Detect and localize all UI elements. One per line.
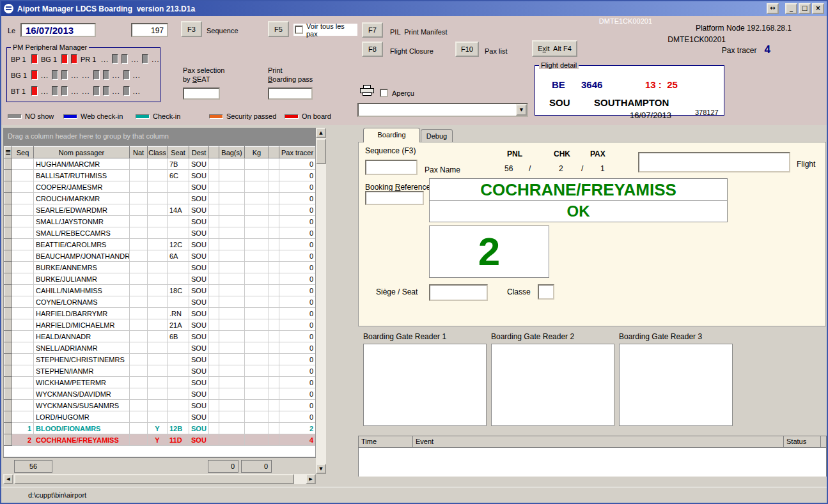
table-row[interactable]: SNELL/ADRIANMRSOU0 xyxy=(4,342,316,354)
voir-tous-checkbox[interactable]: Voir tous les pax xyxy=(293,24,357,36)
vertical-scrollbar[interactable]: ▲ ▼ xyxy=(316,128,326,474)
gate-reader-box[interactable] xyxy=(491,344,614,426)
f5-button[interactable]: F5 xyxy=(268,21,289,37)
table-row[interactable]: BALLISAT/RUTHMISS6CSOU0 xyxy=(4,170,316,181)
f10-button[interactable]: F10 xyxy=(455,42,479,57)
table-row[interactable]: CAHILL/NIAMHMISS18CSOU0 xyxy=(4,285,316,296)
pax-selection-input[interactable] xyxy=(183,88,220,100)
table-row[interactable]: STEPHEN/CHRISTINEMRSSOU0 xyxy=(4,354,316,365)
scrollbar-thumb[interactable] xyxy=(14,474,294,484)
event-log-body[interactable] xyxy=(359,448,826,477)
cell xyxy=(130,216,148,227)
event-column-header[interactable]: Event xyxy=(413,436,784,447)
resize-button[interactable]: ↔ xyxy=(767,3,779,14)
column-header[interactable]: Nat xyxy=(130,147,148,158)
gate-reader-box[interactable] xyxy=(363,344,487,426)
peripheral-status-block xyxy=(61,70,68,80)
apercu-checkbox[interactable] xyxy=(380,89,388,97)
peripheral-dots: ... xyxy=(133,88,141,95)
column-header[interactable]: Class xyxy=(148,147,168,158)
cell xyxy=(12,411,34,423)
scroll-right-icon[interactable]: ▶ xyxy=(306,474,316,484)
scrollbar-thumb[interactable] xyxy=(316,139,326,164)
sequence-input[interactable] xyxy=(365,160,418,175)
passenger-grid: ≣SeqNom passagerNatClassSeatDestBag(s)Kg… xyxy=(3,146,316,457)
table-row[interactable]: COOPER/JAMESMRSOU0 xyxy=(4,181,316,193)
table-row[interactable]: HARFIELD/MICHAELMR21ASOU0 xyxy=(4,319,316,331)
f7-button[interactable]: F7 xyxy=(362,22,383,38)
table-row[interactable]: BEATTIE/CAROLMRS12CSOU0 xyxy=(4,239,316,250)
column-header[interactable]: Dest xyxy=(189,147,209,158)
checkbox-icon[interactable] xyxy=(295,26,303,34)
table-row[interactable]: COYNE/LORNAMSSOU0 xyxy=(4,296,316,308)
table-row[interactable]: STEPHEN/IANMRSOU0 xyxy=(4,365,316,377)
peripheral-status-block xyxy=(61,86,68,96)
column-header[interactable]: Pax tracer xyxy=(279,147,316,158)
app-window: Aiport Manager LDCS Boarding version 213… xyxy=(0,0,828,504)
peripheral-dots: ... xyxy=(113,72,120,79)
column-header[interactable]: Bag(s) xyxy=(219,147,245,158)
table-row[interactable]: WYCKMANS/SUSANMRSSOU0 xyxy=(4,400,316,411)
column-header[interactable] xyxy=(269,147,279,158)
tab-debug[interactable]: Debug xyxy=(421,129,453,142)
cell xyxy=(209,285,219,296)
peripheral-status-block xyxy=(142,54,148,64)
exit-button[interactable]: Exit Alt F4 xyxy=(532,40,577,57)
scroll-down-icon[interactable]: ▼ xyxy=(316,464,326,474)
scroll-up-icon[interactable]: ▲ xyxy=(316,128,326,138)
column-header[interactable]: ≣ xyxy=(4,147,12,158)
event-column-header[interactable] xyxy=(821,436,826,447)
table-row[interactable]: LORD/HUGOMRSOU0 xyxy=(4,411,316,423)
sequence-count-field[interactable]: 197 xyxy=(131,23,168,37)
boarding-pass-input[interactable] xyxy=(268,88,313,100)
table-row[interactable]: BURKE/JULIANMRSOU0 xyxy=(4,273,316,285)
scroll-left-icon[interactable]: ◀ xyxy=(3,474,13,484)
tab-boarding[interactable]: Boarding xyxy=(363,128,420,142)
print-label: Print xyxy=(268,66,283,74)
cell xyxy=(245,423,269,434)
table-row[interactable]: 1BLOOD/FIONAMRSY12BSOU2 xyxy=(4,423,316,434)
group-by-drop-zone[interactable]: Drag a column header here to group by th… xyxy=(3,128,316,146)
cell xyxy=(245,331,269,342)
cell xyxy=(148,239,168,250)
seat-input[interactable] xyxy=(429,284,488,301)
date-field[interactable]: 16/07/2013 xyxy=(20,23,96,37)
table-row[interactable]: BURKE/ANNEMRSSOU0 xyxy=(4,262,316,273)
table-row[interactable]: SEARLE/EDWARDMR14ASOU0 xyxy=(4,204,316,216)
minimize-button[interactable]: _ xyxy=(785,3,797,14)
column-header[interactable]: Seq xyxy=(12,147,34,158)
maximize-button[interactable]: □ xyxy=(799,3,811,14)
printer-select[interactable]: ▼ xyxy=(357,103,528,117)
close-button[interactable]: × xyxy=(812,3,824,14)
flight-input[interactable] xyxy=(638,152,790,172)
combo-arrow-icon[interactable]: ▼ xyxy=(516,104,527,116)
table-row[interactable]: SMALL/JAYSTONMRSOU0 xyxy=(4,216,316,227)
event-column-header[interactable]: Time xyxy=(359,436,413,447)
table-row[interactable]: WYCKMANS/DAVIDMRSOU0 xyxy=(4,388,316,400)
booking-reference-input[interactable] xyxy=(365,191,424,205)
table-row[interactable]: HEALD/ANNADR6BSOU0 xyxy=(4,331,316,342)
column-header[interactable] xyxy=(209,147,219,158)
row-selector xyxy=(4,308,12,319)
f3-button[interactable]: F3 xyxy=(181,21,202,37)
table-row[interactable]: SMALL/REBECCAMRSSOU0 xyxy=(4,227,316,239)
gate-reader-box[interactable] xyxy=(619,344,733,426)
table-row[interactable]: CROUCH/MARKMRSOU0 xyxy=(4,193,316,204)
table-row[interactable]: WICKHAM/PETERMRSOU0 xyxy=(4,377,316,388)
class-input[interactable] xyxy=(538,284,554,300)
f8-button[interactable]: F8 xyxy=(362,42,383,57)
title-bar[interactable]: Aiport Manager LDCS Boarding version 213… xyxy=(1,1,827,16)
table-row[interactable]: 2COCHRANE/FREYAMISSY11DSOU4 xyxy=(4,434,316,446)
table-row[interactable]: HARFIELD/BARRYMR.RNSOU0 xyxy=(4,308,316,319)
cell xyxy=(245,204,269,216)
column-header[interactable]: Nom passager xyxy=(34,147,130,158)
printer-icon[interactable] xyxy=(360,85,374,96)
horizontal-scrollbar[interactable]: ◀ ▶ xyxy=(3,474,316,484)
event-column-header[interactable]: Status xyxy=(784,436,821,447)
cell: 12B xyxy=(168,423,189,434)
column-header[interactable]: Kg xyxy=(245,147,269,158)
table-row[interactable]: HUGHAN/MARCMR7BSOU0 xyxy=(4,158,316,170)
table-row[interactable]: BEAUCHAMP/JONATHANDR6ASOU0 xyxy=(4,250,316,262)
column-header[interactable]: Seat xyxy=(168,147,189,158)
cell xyxy=(148,365,168,377)
